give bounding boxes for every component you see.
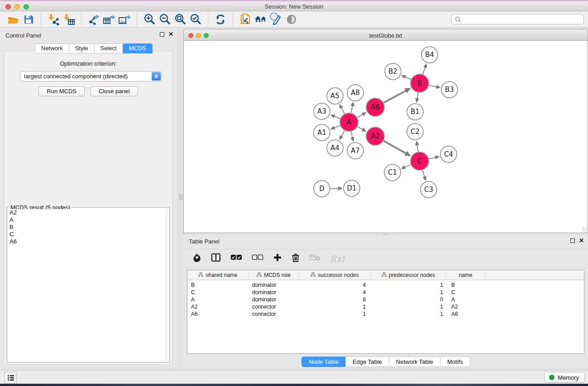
table-cell[interactable]: dominator bbox=[249, 296, 299, 303]
table-cell[interactable]: dominator bbox=[249, 281, 299, 289]
table-cell[interactable]: A6 bbox=[446, 310, 486, 318]
graph-edge-A-A7[interactable] bbox=[351, 131, 353, 138]
graph-edge-A2-C[interactable] bbox=[383, 141, 406, 153]
graph-edge-A-A4[interactable] bbox=[341, 130, 344, 136]
export-table-icon[interactable] bbox=[101, 12, 117, 27]
float-panel-icon[interactable] bbox=[160, 32, 164, 37]
graph-edge-C-C2[interactable] bbox=[417, 145, 418, 152]
tab-node-table[interactable]: Node Table bbox=[301, 357, 346, 367]
table-cell[interactable]: A bbox=[187, 296, 249, 303]
home-houses-icon[interactable] bbox=[253, 12, 268, 27]
zoom-fit-icon[interactable] bbox=[172, 12, 188, 27]
resize-grip-icon[interactable] bbox=[582, 227, 587, 232]
network-canvas[interactable]: B4B2BB3A8A5A6A3B1AC2A1A2A4A7C4CC1DD1C3 bbox=[183, 41, 588, 233]
show-columns-icon[interactable] bbox=[211, 253, 221, 264]
mcds-result-item[interactable]: C bbox=[9, 231, 165, 238]
tab-motifs[interactable]: Motifs bbox=[440, 357, 470, 367]
graph-edge-A6-B[interactable] bbox=[383, 91, 406, 103]
table-cell[interactable]: 4 bbox=[299, 281, 371, 289]
table-cell[interactable]: 1 bbox=[371, 281, 446, 289]
column-header-successor-nodes[interactable]: successor nodes bbox=[299, 270, 371, 280]
mcds-result-item[interactable]: A6 bbox=[9, 238, 165, 245]
close-panel-icon[interactable]: ✕ bbox=[168, 32, 173, 37]
mcds-result-item[interactable]: A bbox=[9, 216, 165, 224]
search-input[interactable] bbox=[451, 14, 584, 24]
import-network-icon[interactable] bbox=[46, 12, 61, 27]
export-network-icon[interactable] bbox=[86, 12, 101, 27]
table-row[interactable]: Bdominator41B bbox=[187, 281, 584, 289]
table-cell[interactable]: 4 bbox=[299, 289, 371, 296]
deselect-all-columns-icon[interactable] bbox=[252, 254, 263, 262]
table-cell[interactable]: 1 bbox=[371, 303, 446, 310]
close-panel-button[interactable]: Close panel bbox=[91, 86, 138, 96]
graph-edge-C-C4[interactable] bbox=[429, 157, 435, 159]
table-cell[interactable]: C bbox=[446, 289, 486, 296]
graph-edge-B-B2[interactable] bbox=[405, 77, 411, 80]
table-cell[interactable]: B bbox=[446, 281, 486, 289]
zoom-in-icon[interactable] bbox=[142, 12, 157, 27]
graph-edge-A-A6[interactable] bbox=[357, 114, 363, 117]
graph-edge-B-B1[interactable] bbox=[417, 93, 418, 99]
table-cell[interactable]: A bbox=[446, 296, 486, 303]
apply-layout-icon[interactable] bbox=[213, 12, 228, 27]
graph-edge-C-C1[interactable] bbox=[405, 165, 411, 167]
table-cell[interactable]: B bbox=[187, 281, 249, 289]
run-mcds-button[interactable]: Run MCDS bbox=[38, 86, 85, 96]
network-window-titlebar[interactable]: testGlobe.txt bbox=[183, 29, 588, 41]
export-image-icon[interactable] bbox=[117, 12, 132, 27]
graph-edge-A-A5[interactable] bbox=[341, 108, 344, 114]
graph-edge-B-B4[interactable] bbox=[423, 67, 425, 74]
table-cell[interactable]: C bbox=[187, 289, 249, 296]
table-options-gear-icon[interactable] bbox=[192, 253, 201, 264]
zoom-selected-icon[interactable] bbox=[188, 12, 203, 27]
delete-columns-icon[interactable] bbox=[292, 253, 300, 264]
tab-edge-table[interactable]: Edge Table bbox=[345, 357, 389, 367]
float-table-panel-icon[interactable] bbox=[570, 238, 575, 243]
table-row[interactable]: Cdominator41C bbox=[187, 289, 584, 296]
pen-disabled-icon[interactable] bbox=[268, 12, 284, 27]
tab-network[interactable]: Network bbox=[35, 43, 69, 53]
zoom-out-icon[interactable] bbox=[157, 12, 172, 27]
column-header-MCDS-role[interactable]: MCDS role bbox=[249, 270, 299, 280]
import-table-icon[interactable] bbox=[61, 12, 76, 27]
graph-edge-A-A3[interactable] bbox=[334, 116, 340, 119]
table-row[interactable]: A6connector11A6 bbox=[187, 310, 584, 318]
column-header-shared-name[interactable]: shared name bbox=[187, 270, 249, 280]
graph-edge-A-A1[interactable] bbox=[334, 126, 340, 128]
create-column-icon[interactable] bbox=[273, 253, 282, 264]
column-header-predecessor-nodes[interactable]: predecessor nodes bbox=[371, 270, 446, 280]
save-session-icon[interactable] bbox=[21, 12, 36, 27]
table-row[interactable]: A2connector11A2 bbox=[187, 303, 584, 310]
tab-style[interactable]: Style bbox=[69, 43, 95, 53]
mcds-result-item[interactable]: A2 bbox=[9, 209, 165, 216]
table-cell[interactable]: dominator bbox=[249, 289, 299, 296]
mcds-result-scrollbar[interactable] bbox=[165, 209, 168, 361]
criterion-select[interactable]: largest connected component (directed) bbox=[20, 71, 162, 81]
graph-edge-A-A8[interactable] bbox=[351, 105, 352, 113]
table-cell[interactable]: A6 bbox=[187, 310, 249, 318]
task-history-button[interactable] bbox=[5, 372, 17, 383]
network-document-icon[interactable] bbox=[238, 12, 253, 27]
main-titlebar[interactable]: Session: New Session bbox=[0, 1, 588, 11]
table-cell[interactable]: 0 bbox=[371, 296, 446, 303]
graph-edge-A-A2[interactable] bbox=[358, 127, 363, 129]
table-cell[interactable]: 1 bbox=[299, 303, 371, 310]
table-cell[interactable]: A2 bbox=[187, 303, 249, 310]
open-session-icon[interactable] bbox=[5, 12, 21, 27]
table-cell[interactable]: connector bbox=[249, 303, 299, 310]
tab-select[interactable]: Select bbox=[94, 43, 123, 53]
graph-edge-C-C3[interactable] bbox=[422, 170, 425, 177]
select-all-columns-icon[interactable] bbox=[230, 254, 242, 262]
close-table-panel-icon[interactable]: ✕ bbox=[579, 238, 584, 243]
vertical-split-handle[interactable] bbox=[179, 195, 182, 200]
tab-mcds[interactable]: MCDS bbox=[123, 43, 153, 53]
graph-edge-B-B3[interactable] bbox=[429, 85, 437, 87]
function-builder-icon[interactable]: f(x) bbox=[330, 254, 344, 263]
table-row[interactable]: Adominator80A bbox=[187, 296, 584, 303]
tab-network-table[interactable]: Network Table bbox=[389, 357, 440, 367]
table-cell[interactable]: 1 bbox=[299, 310, 371, 318]
table-cell[interactable]: 1 bbox=[371, 310, 446, 318]
table-cell[interactable]: connector bbox=[249, 310, 299, 318]
table-cell[interactable]: 8 bbox=[299, 296, 371, 303]
column-header-name[interactable]: name bbox=[446, 270, 486, 280]
